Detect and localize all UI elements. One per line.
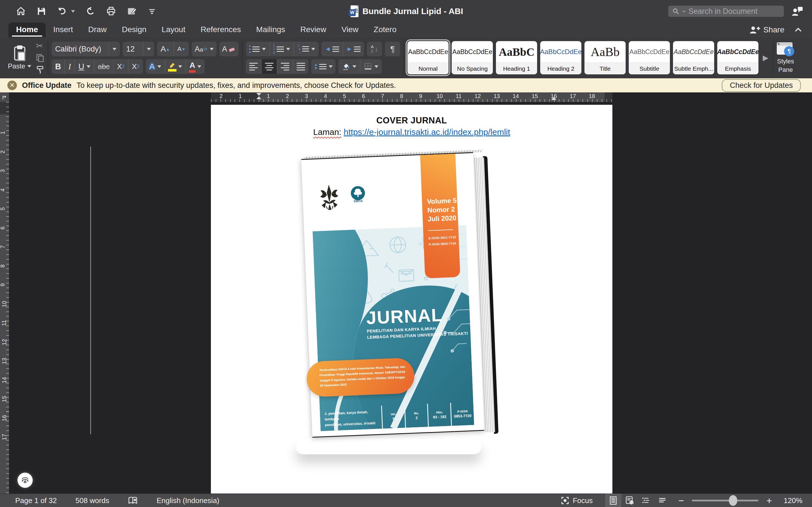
justify-button[interactable] — [293, 59, 308, 74]
format-painter-icon[interactable] — [36, 65, 44, 74]
increase-indent-button[interactable]: ► — [343, 42, 364, 56]
style-normal[interactable]: AaBbCcDdEeNormal — [407, 41, 449, 74]
ruler-number: 10 — [437, 93, 443, 100]
zoom-level[interactable]: 120% — [780, 496, 802, 505]
tab-design[interactable]: Design — [114, 22, 154, 37]
zoom-out-button[interactable]: − — [678, 495, 684, 506]
vruler-number: 17 — [1, 434, 8, 440]
zoom-in-button[interactable]: + — [766, 495, 772, 506]
ruler-number: 2 — [286, 93, 289, 100]
paste-button[interactable]: Paste — [8, 45, 31, 70]
tab-zotero[interactable]: Zotero — [366, 22, 404, 37]
vertical-ruler[interactable]: 1234567891011121314151617 — [0, 102, 9, 494]
nomor-line: Nomor 2 — [427, 205, 458, 215]
tab-selector[interactable] — [0, 93, 9, 102]
collapse-ribbon-icon[interactable] — [794, 27, 802, 33]
notification-title: Office Update — [22, 81, 71, 90]
highlight-button[interactable] — [165, 59, 186, 74]
language-indicator[interactable]: English (Indonesia) — [156, 496, 219, 505]
overflow-icon[interactable] — [148, 7, 156, 15]
search-input[interactable]: Search in Document — [668, 6, 784, 17]
show-paragraph-marks-button[interactable]: ¶ — [385, 42, 400, 56]
styles-pane-button[interactable]: ¶ Styles Pane — [777, 42, 794, 73]
tab-review[interactable]: Review — [293, 22, 334, 37]
style-heading-1[interactable]: AaBbCHeading 1 — [496, 41, 537, 74]
focus-button[interactable]: Focus — [561, 496, 593, 505]
shading-button[interactable] — [338, 59, 360, 74]
subscript-button[interactable]: X2 — [114, 59, 129, 74]
clear-formatting-button[interactable]: A — [219, 42, 239, 56]
zoom-slider-thumb[interactable] — [729, 495, 737, 506]
home-icon[interactable] — [16, 6, 26, 16]
grow-font-button[interactable]: A▲ — [157, 42, 174, 56]
style-subtle-emph-[interactable]: AaBbCcDdEeSubtle Emph... — [673, 41, 714, 74]
text-effects-button[interactable]: A — [146, 59, 165, 74]
sort-button[interactable]: AZ↓ — [367, 42, 382, 56]
undo-icon[interactable] — [57, 6, 75, 16]
styles-gallery-expander[interactable]: ▶ — [762, 54, 769, 62]
align-left-button[interactable] — [246, 59, 262, 74]
vruler-number: 12 — [1, 339, 8, 345]
superscript-button[interactable]: X2 — [129, 59, 143, 74]
outline-view-icon — [642, 496, 650, 505]
word-count[interactable]: 508 words — [75, 496, 109, 505]
print-layout-view-button[interactable] — [605, 494, 621, 507]
bold-button[interactable]: B — [52, 59, 65, 74]
tab-home[interactable]: Home — [8, 22, 46, 37]
spell-check-icon[interactable] — [128, 496, 138, 505]
borders-button[interactable] — [360, 59, 382, 74]
fingerprint-button[interactable] — [17, 473, 33, 488]
line-spacing-button[interactable]: ▲▼ — [311, 59, 336, 74]
cut-icon[interactable]: ✂ — [36, 42, 44, 50]
align-center-button[interactable] — [262, 59, 277, 74]
outline-view-button[interactable] — [638, 494, 654, 507]
journal-cover-image[interactable]: SINTA Volume 5 Nomor 2 Juli 2020 E-ISSN … — [301, 152, 484, 438]
document-page[interactable]: COVER JURNAL Laman: https://e-journal.tr… — [211, 105, 612, 494]
tab-references[interactable]: References — [193, 22, 248, 37]
web-layout-view-button[interactable] — [621, 494, 638, 507]
font-color-button[interactable]: A — [186, 59, 205, 74]
change-case-button[interactable]: Aa⟳ — [192, 42, 216, 56]
tab-layout[interactable]: Layout — [154, 22, 193, 37]
tab-view[interactable]: View — [334, 22, 366, 37]
ruler-number: 11 — [456, 93, 462, 100]
save-icon[interactable] — [37, 6, 46, 16]
tab-insert[interactable]: Insert — [46, 22, 81, 37]
check-for-updates-button[interactable]: Check for Updates — [722, 79, 801, 92]
multilevel-list-button[interactable]: 1ai — [294, 42, 318, 56]
numbering-button[interactable]: 123 — [270, 42, 294, 56]
draft-view-button[interactable] — [654, 494, 670, 507]
style-no-spacing[interactable]: AaBbCcDdEeNo Spacing — [452, 41, 493, 74]
indent-marker[interactable] — [256, 93, 261, 99]
share-button[interactable]: Share — [749, 25, 784, 35]
font-name-select[interactable]: Calibri (Body) — [52, 42, 120, 56]
italic-button[interactable]: I — [65, 59, 75, 74]
tab-draw[interactable]: Draw — [81, 22, 114, 37]
style-subtitle[interactable]: AaBbCcDdEeSubtitle — [629, 41, 670, 74]
print-icon[interactable] — [106, 6, 116, 16]
tab-mailings[interactable]: Mailings — [249, 22, 293, 37]
paint-bucket-icon — [342, 62, 350, 70]
copy-icon[interactable] — [36, 54, 44, 62]
underline-button[interactable]: U — [75, 59, 94, 74]
page-indicator[interactable]: Page 1 of 32 — [15, 496, 57, 505]
decrease-indent-button[interactable]: ◄ — [321, 42, 343, 56]
style-emphasis[interactable]: AaBbCcDdEeEmphasis — [717, 41, 758, 74]
edit-mode-icon[interactable] — [127, 6, 137, 16]
shrink-font-button[interactable]: A▼ — [174, 42, 189, 56]
font-size-select[interactable]: 12 — [123, 42, 154, 56]
style-title[interactable]: AaBbTitle — [585, 41, 626, 74]
redo-icon[interactable] — [86, 6, 95, 16]
horizontal-ruler[interactable]: 21123456789101112131415161718 — [211, 93, 612, 102]
align-right-button[interactable] — [277, 59, 293, 74]
journal-link[interactable]: https://e-journal.trisakti.ac.id/index.p… — [344, 127, 510, 136]
book-shadow — [296, 439, 481, 454]
strikethrough-button[interactable]: abc — [94, 59, 114, 74]
pane-divider[interactable] — [90, 147, 91, 434]
zoom-slider[interactable] — [692, 500, 758, 501]
contact-icon[interactable] — [791, 6, 804, 17]
style-label: Heading 2 — [540, 62, 581, 74]
style-heading-2[interactable]: AaBbCcDdEeHeading 2 — [540, 41, 581, 74]
right-indent-marker[interactable] — [551, 97, 556, 100]
bullets-button[interactable] — [246, 42, 270, 56]
